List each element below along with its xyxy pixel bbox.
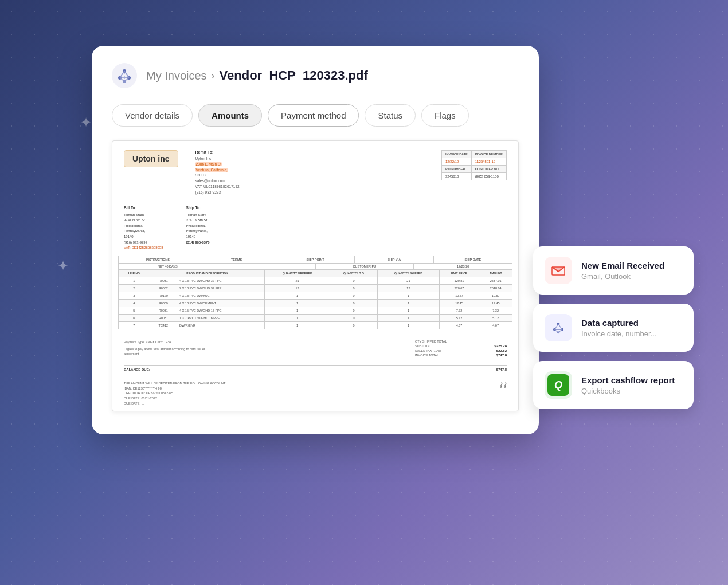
remit-address: Upton Inc 2386 E Main St Ventura, Califo… — [195, 156, 441, 195]
payment-type: Payment Type: AMEX Card: 1234 — [124, 340, 216, 344]
breadcrumb: My Invoices › Vendor_HCP_120323.pdf — [146, 68, 368, 83]
terms-header-row: INSTRUCTIONS TERMS SHIP POINT SHIP VIA S… — [118, 256, 512, 263]
footer-date: DUE DATE: ... — [124, 401, 226, 406]
terms-val-net: NET 40 DAYS — [119, 264, 217, 269]
footer-creditor: CREDITOR ID: DE2222000812345 — [124, 391, 226, 396]
ship-to-phone: (314) 966-6370 — [186, 240, 210, 246]
terms-ship-via: SHIP VIA — [355, 256, 433, 263]
notif-gmail-text: New Email Received Gmail, Outlook — [581, 261, 664, 281]
balance-due-val: $747.8 — [496, 368, 507, 371]
sales-tax-row: SALES TAX (19%) $22.52 — [415, 349, 507, 352]
balance-due-row: BALANCE DUE: $747.8 — [124, 365, 507, 371]
terms-val-ship-date: 12/23/20 — [414, 264, 512, 269]
side-cards: New Email Received Gmail, Outlook Data c… — [533, 246, 694, 409]
terms-ship-point: SHIP POINT — [276, 256, 355, 263]
notif-qb-title: Export cashflow report — [581, 375, 675, 385]
invoice-number-val: 11234531-12 — [471, 158, 506, 166]
table-row: 1 R0031 4 X 13 PVC DW/GHD 32 PPE 21 0 21… — [119, 277, 512, 284]
footer-iban: IBAN: DE1230*********4 98 — [124, 386, 226, 391]
bill-to-addr3: Pennsylvania, — [124, 229, 163, 234]
bill-to-addr4: 19140 — [124, 234, 163, 240]
col-qty-shipped: QUANTITY SHIPPED — [378, 269, 440, 277]
remit-vat: VAT: UL011898182617192 — [195, 184, 441, 190]
items-table: LINE NO PRODUCT AND DESCRIPTION QUANTITY… — [118, 269, 512, 329]
ship-to-name: Tillman-Stark — [186, 213, 210, 218]
gmail-icon — [545, 257, 572, 284]
subtotal-row: SUBTOTAL $225.28 — [415, 344, 507, 348]
svg-line-21 — [558, 329, 562, 332]
remit-to-block: Remit To: Upton Inc 2386 E Main St Ventu… — [195, 150, 441, 195]
table-row: 4 R0309 4 X 13 PVC DW/CEMENT 1 0 1 12.45… — [119, 299, 512, 307]
customer-no-label: CUSTOMER NO — [471, 166, 506, 173]
qb-logo: Q — [547, 374, 569, 396]
qty-shipped-total-row: QTY SHIPPED TOTAL — [415, 340, 507, 343]
terms-val-customer-pu: CUSTOMER PU — [316, 264, 414, 269]
terms-instructions: INSTRUCTIONS — [119, 256, 197, 263]
company-name: Upton inc — [124, 150, 178, 167]
remit-phone: (916) 933-9293 — [195, 190, 441, 195]
remit-label: Remit To: — [195, 150, 441, 154]
tab-status[interactable]: Status — [365, 104, 416, 127]
tab-amounts[interactable]: Amounts — [198, 104, 262, 127]
notif-gmail-sub: Gmail, Outlook — [581, 272, 664, 281]
po-number-val: 3245610 — [442, 173, 472, 180]
tab-bar: Vendor details Amounts Payment method St… — [112, 104, 519, 127]
notif-qb-text: Export cashflow report Quickbooks — [581, 375, 675, 395]
bill-to-vat: VAT: DE14252638338938 — [124, 245, 163, 251]
table-row: 6 R0031 1 X 7 PVC DW/GHD 16 PPE 1 0 1 5.… — [119, 314, 512, 321]
notif-card-quickbooks: Q Export cashflow report Quickbooks — [533, 361, 694, 409]
footer-due: DUE DATE: 01/31/2022 — [124, 396, 226, 401]
ship-to-label: Ship To: — [186, 205, 210, 211]
table-row: 3 R0120 4 X 13 PVC DW/YUE 1 0 1 10.67 10… — [119, 292, 512, 299]
notif-data-text: Data captured Invoice date, number... — [581, 318, 657, 338]
breadcrumb-parent[interactable]: My Invoices — [146, 69, 207, 83]
tab-flags[interactable]: Flags — [421, 104, 469, 127]
footer-line1: THE AMOUNT WILL BE DEBITED FROM THE FOLL… — [124, 381, 226, 386]
remit-line3-highlight: Ventura, California, — [195, 167, 441, 173]
invoice-total-row: INVOICE TOTAL $747.8 — [415, 354, 507, 357]
invoice-document: Upton inc Remit To: Upton Inc 2386 E Mai… — [112, 140, 519, 411]
terms-terms: TERMS — [197, 256, 276, 263]
invoice-info-block: INVOICE DATE INVOICE NUMBER 12/22/19 112… — [441, 150, 507, 180]
terms-val-row: NET 40 DAYS CUSTOMER PU 12/23/20 — [118, 263, 512, 269]
decorative-star-1: ✦ — [80, 115, 92, 131]
remit-email: sales@upton.com — [195, 178, 441, 184]
invoice-date-label: INVOICE DATE — [442, 151, 472, 158]
ship-to-addr4: 19140 — [186, 234, 210, 240]
app-logo-icon — [112, 63, 137, 88]
bill-ship-section: Bill To: Tillman-Stark 3741 N 5th St Phi… — [112, 201, 518, 256]
table-row: 2 R0032 2 X 13 PVC DW/GHD 32 PPE 12 0 12… — [119, 284, 512, 292]
ship-to-addr1: 3741 N 5th St — [186, 218, 210, 223]
invoice-date-val: 12/22/19 — [442, 158, 472, 166]
breadcrumb-separator: › — [212, 70, 215, 82]
remit-line4: 93003 — [195, 172, 441, 178]
table-row: 5 R0031 4 X 15 PVC DW/GHD 16 PPE 1 0 1 7… — [119, 307, 512, 314]
svg-line-20 — [554, 329, 558, 332]
customer-no-val: (805) 653-1100 — [471, 173, 506, 180]
notif-gmail-title: New Email Received — [581, 261, 664, 270]
svg-line-18 — [558, 324, 562, 329]
signature: ⌇⌇ — [499, 379, 507, 391]
payment-note: I agree to pay above total amount accord… — [124, 347, 216, 356]
totals-section: Payment Type: AMEX Card: 1234 I agree to… — [112, 335, 518, 363]
invoice-number-label: INVOICE NUMBER — [471, 151, 506, 158]
bill-to-name: Tillman-Stark — [124, 213, 163, 218]
tab-vendor-details[interactable]: Vendor details — [112, 104, 193, 127]
invoice-footer: THE AMOUNT WILL BE DEBITED FROM THE FOLL… — [112, 376, 518, 411]
bill-to-addr2: Philadelphia, — [124, 223, 163, 229]
terms-ship-date: SHIP DATE — [434, 256, 512, 263]
footer-text: THE AMOUNT WILL BE DEBITED FROM THE FOLL… — [124, 381, 226, 406]
balance-due-section: BALANCE DUE: $747.8 — [112, 365, 518, 376]
col-line-no: LINE NO — [119, 269, 150, 277]
po-number-label: P.O NUMBER — [442, 166, 472, 173]
bill-to-phone: (916) 933-9293 — [124, 240, 163, 246]
decorative-star-2: ✦ — [57, 258, 69, 274]
header: My Invoices › Vendor_HCP_120323.pdf — [112, 63, 519, 88]
tab-payment-method[interactable]: Payment method — [268, 104, 359, 127]
data-capture-icon — [545, 314, 572, 341]
notif-data-sub: Invoice date, number... — [581, 329, 657, 338]
line-items-section: INSTRUCTIONS TERMS SHIP POINT SHIP VIA S… — [118, 256, 512, 329]
invoice-info-table: INVOICE DATE INVOICE NUMBER 12/22/19 112… — [441, 150, 507, 180]
ship-to-addr2: Philadelphia, — [186, 223, 210, 229]
table-row: 7 TC412 DW/R/ENR 1 0 1 4.67 4.67 — [119, 321, 512, 329]
